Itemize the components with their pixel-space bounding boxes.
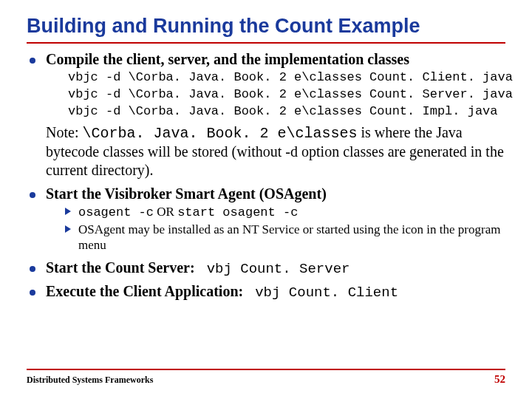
bullet-client: Execute the Client Application: vbj Coun… [30, 283, 505, 301]
osagent-cmd-line: osagent -c OR start osagent -c [65, 204, 505, 220]
bullet-client-head: Execute the Client Application: [46, 283, 243, 299]
note-pre: Note: [46, 124, 82, 140]
osagent-sublist: osagent -c OR start osagent -c OSAgent m… [65, 204, 505, 253]
slide-title: Building and Running the Count Example [27, 15, 505, 38]
bullet-osagent-head: Start the Visibroker Smart Agent (OSAgen… [46, 185, 505, 202]
osagent-or: OR [154, 205, 177, 219]
bullet-compile-head: Compile the client, server, and the impl… [46, 51, 505, 68]
compile-note: Note: \Corba. Java. Book. 2 e\classes is… [46, 123, 505, 180]
bullet-compile: Compile the client, server, and the impl… [30, 51, 505, 180]
bullet-server-head: Start the Count Server: [46, 259, 195, 276]
bullet-list: Compile the client, server, and the impl… [27, 51, 505, 301]
footer: Distributed Systems Frameworks 52 [27, 369, 505, 386]
bullet-server: Start the Count Server: vbj Count. Serve… [30, 259, 505, 277]
server-cmd: vbj Count. Server [207, 261, 350, 277]
osagent-cmd-a: osagent -c [78, 205, 154, 219]
osagent-note: OSAgent may be installed as an NT Servic… [65, 222, 505, 253]
divider-top [27, 42, 505, 44]
compile-code: vbjc -d \Corba. Java. Book. 2 e\classes … [68, 69, 505, 120]
footer-title: Distributed Systems Frameworks [27, 375, 153, 386]
osagent-cmd-b: start osagent -c [177, 205, 298, 219]
bullet-osagent: Start the Visibroker Smart Agent (OSAgen… [30, 185, 505, 253]
client-cmd: vbj Count. Client [255, 284, 398, 301]
divider-bottom [27, 369, 505, 370]
note-path: \Corba. Java. Book. 2 e\classes [82, 125, 357, 142]
page-number: 52 [494, 373, 505, 386]
